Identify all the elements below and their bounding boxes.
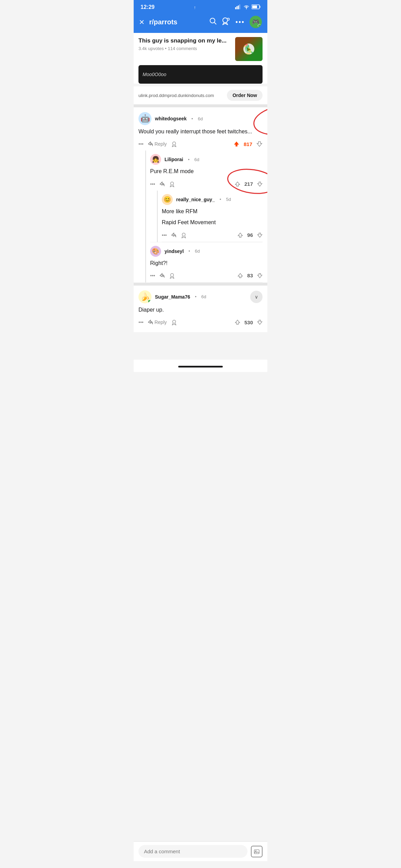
nav-bar: × r/parrots ••• 🎮: [134, 13, 267, 33]
nested-comment-yindseyl: 🎨 yindseyl • 6d Right?! •••: [145, 242, 263, 282]
svg-point-10: [223, 18, 228, 23]
svg-rect-2: [238, 5, 239, 9]
avatar-liliporai[interactable]: 👧: [150, 154, 161, 165]
comment-header-yindseyl: 🎨 yindseyl • 6d: [150, 246, 263, 257]
parrot-emoji: 🦜: [243, 44, 255, 55]
comment-actions-sugar-mama: ••• Reply: [138, 317, 263, 329]
svg-point-18: [182, 233, 185, 236]
home-indicator: [134, 360, 267, 372]
comment-actions-rng: •••: [162, 230, 263, 242]
avatar-whitedogseek[interactable]: 🤖: [138, 112, 151, 125]
post-upvotes: 3.4k upvotes: [138, 46, 164, 51]
comment-age-liliporai: 6d: [194, 157, 199, 162]
username-liliporai[interactable]: Liliporai: [165, 157, 183, 162]
comment-sugar-mama: 🍌 Sugar_Mama76 • 6d ∨ Diaper up. ••• Rep…: [134, 286, 267, 332]
award-icon[interactable]: [222, 17, 231, 27]
reply-button-sugar-mama[interactable]: Reply: [148, 320, 167, 325]
home-bar: [178, 366, 223, 367]
reply-button-yindseyl[interactable]: [159, 273, 165, 278]
comment-time-liliporai: •: [188, 157, 190, 162]
search-icon[interactable]: [209, 17, 217, 27]
award-button-yindseyl[interactable]: [169, 273, 175, 279]
downvote-button-whitedogseek[interactable]: [256, 141, 263, 147]
award-button-rng[interactable]: [181, 232, 187, 238]
comment-actions-yindseyl: •••: [150, 270, 263, 282]
post-comments: 114 comments: [168, 46, 197, 51]
svg-rect-1: [236, 6, 238, 9]
svg-point-16: [170, 182, 173, 185]
more-icon[interactable]: •••: [235, 18, 245, 26]
more-options-rng[interactable]: •••: [162, 232, 167, 238]
svg-point-20: [172, 320, 175, 323]
avatar-yindseyl[interactable]: 🎨: [150, 246, 161, 257]
more-options-liliporai[interactable]: •••: [150, 181, 155, 187]
upvote-button-sugar-mama[interactable]: [235, 320, 240, 325]
comment-text-whitedogseek: Would you really interrupt those feet tw…: [138, 128, 263, 135]
comment-time-sugar-mama: •: [195, 294, 197, 299]
avatar-rng[interactable]: 😊: [162, 194, 173, 205]
video-preview-label: Moo0O0oo: [138, 72, 170, 77]
reply-button-rng[interactable]: [171, 232, 177, 238]
username-whitedogseek[interactable]: whitedogseek: [155, 116, 187, 121]
svg-rect-0: [235, 7, 236, 9]
svg-point-8: [210, 18, 215, 23]
downvote-button-rng[interactable]: [257, 232, 263, 238]
comments-section: 🤖 whitedogseek • 6d Would you really int…: [134, 107, 267, 332]
comment-really-nice-guy: 😊 really_nice_guy_ • 5d More like RFM Ra…: [162, 191, 263, 242]
comment-divider: [134, 283, 267, 286]
ad-bar: ulink.prod.ddmprod.dunkindonuts.com Orde…: [134, 86, 267, 105]
avatar[interactable]: 🎮: [250, 16, 262, 28]
upvote-button-rng[interactable]: [238, 232, 243, 238]
more-options-yindseyl[interactable]: •••: [150, 273, 155, 278]
collapse-button-sugar-mama[interactable]: ∨: [250, 291, 263, 303]
comment-text-yindseyl: Right?!: [150, 260, 263, 267]
more-options-sugar-mama[interactable]: •••: [138, 320, 144, 325]
nested-comment-liliporai: 👧 Liliporai • 6d Pure R.E.M mode •••: [145, 150, 263, 242]
post-card: This guy is snapping on my le... 3.4k up…: [134, 33, 267, 84]
downvote-button-yindseyl[interactable]: [257, 273, 263, 278]
more-options-whitedogseek[interactable]: •••: [138, 141, 144, 147]
comment-actions-whitedogseek: ••• Reply: [138, 139, 263, 150]
avatar-sugar-mama[interactable]: 🍌: [138, 290, 151, 303]
upvote-button-whitedogseek[interactable]: [233, 141, 240, 147]
close-icon[interactable]: ×: [139, 17, 144, 27]
downvote-button-sugar-mama[interactable]: [257, 320, 263, 325]
video-preview[interactable]: Moo0O0oo: [138, 65, 263, 84]
comment-header-rng: 😊 really_nice_guy_ • 5d: [162, 194, 263, 205]
username-rng[interactable]: really_nice_guy_: [176, 197, 215, 202]
status-nav-icon: ↑: [194, 5, 196, 10]
comment-liliporai: 👧 Liliporai • 6d Pure R.E.M mode •••: [150, 150, 263, 242]
reply-button-liliporai[interactable]: [159, 181, 165, 187]
status-icons: [235, 4, 260, 10]
svg-rect-6: [259, 6, 260, 8]
section-divider: [134, 105, 267, 107]
award-button-whitedogseek[interactable]: [171, 141, 177, 147]
downvote-button-liliporai[interactable]: [257, 181, 263, 187]
comment-text-liliporai: Pure R.E.M mode: [150, 168, 263, 175]
reply-button-whitedogseek[interactable]: Reply: [148, 141, 167, 147]
comment-yindseyl: 🎨 yindseyl • 6d Right?! •••: [150, 242, 263, 282]
reply-label-sugar-mama: Reply: [155, 320, 167, 325]
comment-header-liliporai: 👧 Liliporai • 6d: [150, 154, 263, 165]
svg-rect-3: [239, 4, 240, 9]
comment-age-yindseyl: 6d: [195, 249, 200, 254]
status-bar: 12:29 ↑: [134, 0, 267, 13]
username-sugar-mama[interactable]: Sugar_Mama76: [155, 294, 190, 300]
vote-count-whitedogseek: 817: [244, 141, 252, 147]
post-title[interactable]: This guy is snapping on my le...: [138, 37, 231, 45]
award-button-liliporai[interactable]: [169, 181, 175, 187]
svg-point-4: [246, 8, 247, 9]
upvote-button-liliporai[interactable]: [235, 181, 240, 187]
comment-actions-liliporai: •••: [150, 179, 263, 191]
username-yindseyl[interactable]: yindseyl: [165, 249, 184, 254]
vote-count-yindseyl: 83: [247, 273, 253, 278]
post-info: This guy is snapping on my le... 3.4k up…: [138, 37, 231, 51]
ad-url: ulink.prod.ddmprod.dunkindonuts.com: [138, 93, 214, 98]
post-thumbnail[interactable]: ▶ 🦜: [235, 37, 263, 61]
comment-text-rng-2: Rapid Feet Movement: [162, 219, 263, 226]
award-button-sugar-mama[interactable]: [171, 319, 177, 325]
order-now-button[interactable]: Order Now: [227, 90, 263, 101]
upvote-button-yindseyl[interactable]: [238, 273, 243, 278]
post-meta-separator: •: [165, 46, 168, 51]
comment-age-whitedogseek: 6d: [198, 116, 203, 121]
